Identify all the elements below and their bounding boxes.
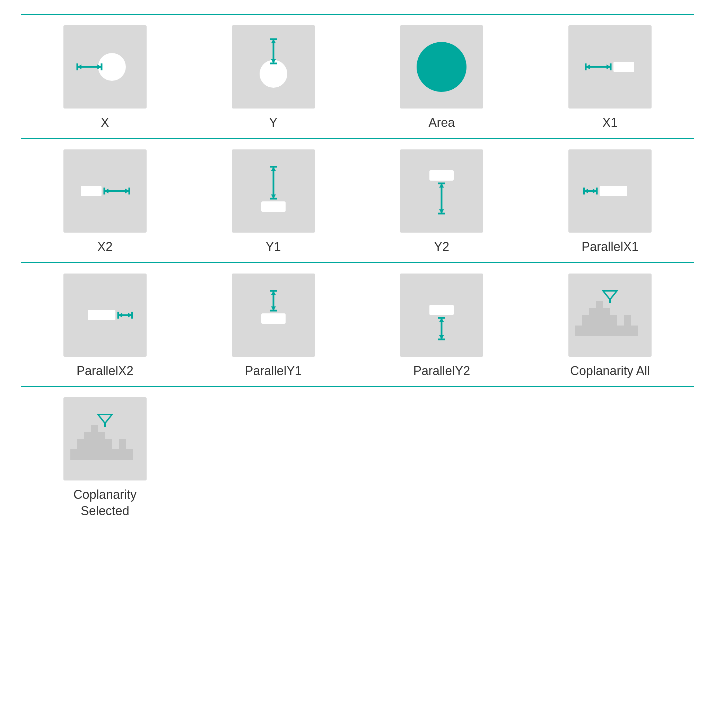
label-area: Area xyxy=(428,115,455,131)
cell-coplanarity-selected[interactable]: CoplanaritySelected xyxy=(21,386,189,526)
label-y: Y xyxy=(269,115,278,131)
svg-rect-37 xyxy=(600,186,627,196)
icon-box-parallely2 xyxy=(400,273,483,357)
label-coplanarity-all: Coplanarity All xyxy=(570,363,650,379)
icon-grid: X Y Area xyxy=(21,14,694,526)
label-y2: Y2 xyxy=(434,239,449,255)
cell-y[interactable]: Y xyxy=(189,14,358,138)
label-x2: X2 xyxy=(97,239,113,255)
svg-marker-63 xyxy=(98,415,112,423)
svg-rect-31 xyxy=(430,170,454,181)
cell-empty-3 xyxy=(526,386,694,526)
icon-box-y xyxy=(232,25,315,109)
icon-box-coplanarity-all xyxy=(569,273,652,357)
icon-box-x2 xyxy=(63,150,146,233)
svg-rect-19 xyxy=(81,186,101,196)
label-parallelx1: ParallelX1 xyxy=(582,239,638,255)
cell-empty-2 xyxy=(358,386,526,526)
cell-parallelx1[interactable]: ParallelX1 xyxy=(526,138,694,262)
svg-rect-13 xyxy=(614,62,634,72)
cell-area[interactable]: Area xyxy=(358,14,526,138)
svg-point-12 xyxy=(416,42,466,92)
label-x1: X1 xyxy=(602,115,618,131)
cell-x[interactable]: X xyxy=(21,14,189,138)
label-parallelx2: ParallelX2 xyxy=(77,363,133,379)
cell-x1[interactable]: X1 xyxy=(526,14,694,138)
label-x: X xyxy=(101,115,109,131)
cell-x2[interactable]: X2 xyxy=(21,138,189,262)
icon-box-x xyxy=(63,25,146,109)
label-coplanarity-selected: CoplanaritySelected xyxy=(74,487,137,519)
icon-box-x1 xyxy=(569,25,652,109)
icon-box-parallelx2 xyxy=(63,273,146,357)
svg-rect-49 xyxy=(261,313,285,324)
icon-box-parallely1 xyxy=(232,273,315,357)
label-parallely2: ParallelY2 xyxy=(413,363,470,379)
label-y1: Y1 xyxy=(266,239,281,255)
icon-box-area xyxy=(400,25,483,109)
cell-y2[interactable]: Y2 xyxy=(358,138,526,262)
svg-rect-43 xyxy=(88,310,115,320)
svg-rect-55 xyxy=(430,305,454,315)
icon-box-coplanarity-selected xyxy=(63,397,146,480)
svg-rect-25 xyxy=(261,201,285,212)
cell-parallely1[interactable]: ParallelY1 xyxy=(189,262,358,386)
icon-box-y1 xyxy=(232,150,315,233)
svg-marker-61 xyxy=(603,291,617,299)
icon-box-y2 xyxy=(400,150,483,233)
cell-empty-1 xyxy=(189,386,358,526)
cell-y1[interactable]: Y1 xyxy=(189,138,358,262)
label-parallely1: ParallelY1 xyxy=(245,363,302,379)
cell-coplanarity-all[interactable]: Coplanarity All xyxy=(526,262,694,386)
cell-parallelx2[interactable]: ParallelX2 xyxy=(21,262,189,386)
icon-box-parallelx1 xyxy=(569,150,652,233)
cell-parallely2[interactable]: ParallelY2 xyxy=(358,262,526,386)
